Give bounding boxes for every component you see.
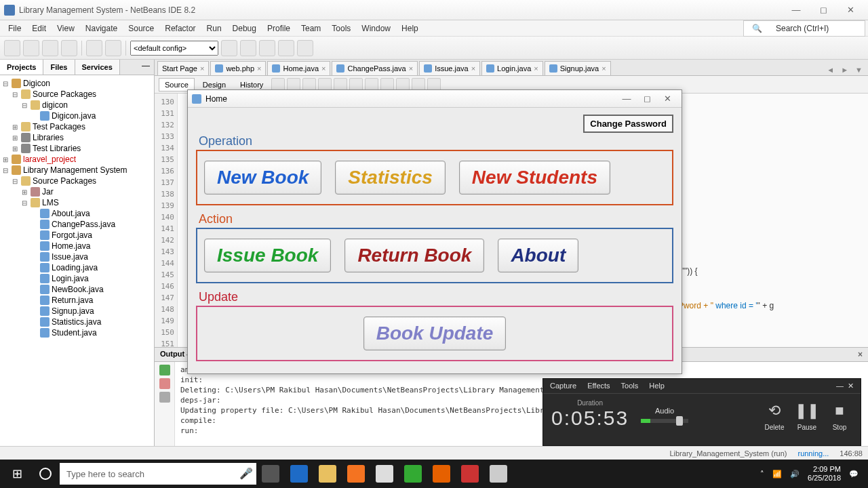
tree-file[interactable]: NewBook.java	[52, 285, 104, 294]
tree-file[interactable]: Student.java	[52, 328, 97, 338]
tab-loginjava[interactable]: Login.java×	[481, 61, 543, 75]
tree-file[interactable]: Statistics.java	[52, 317, 101, 327]
panel-minimize[interactable]: —	[138, 60, 154, 75]
run-project-button[interactable]	[259, 40, 275, 56]
close-icon[interactable]: ×	[601, 64, 606, 73]
menu-help[interactable]: Help	[396, 22, 424, 35]
config-select[interactable]: <default config>	[130, 41, 218, 56]
maximize-button[interactable]: ◻	[810, 3, 837, 18]
minimize-button[interactable]: —	[783, 3, 810, 18]
netbeans-icon[interactable]	[484, 460, 513, 488]
recorder-stop[interactable]: ■Stop	[827, 398, 852, 431]
rerun-icon[interactable]	[159, 365, 170, 375]
tray-up-icon[interactable]: ˄	[760, 470, 764, 479]
close-icon[interactable]: ×	[321, 64, 326, 73]
tree-file[interactable]: Login.java	[52, 274, 89, 283]
firefox-icon[interactable]	[427, 460, 456, 488]
close-icon[interactable]: ×	[257, 64, 261, 73]
menu-team[interactable]: Team	[296, 22, 326, 35]
build-button[interactable]	[221, 40, 237, 56]
book-update-button[interactable]: Book Update	[363, 317, 507, 350]
menu-edit[interactable]: Edit	[26, 22, 52, 35]
start-button[interactable]: ⊞	[3, 460, 31, 488]
tab-homejava[interactable]: Home.java×	[267, 61, 330, 75]
prev-tab-icon[interactable]: ◄	[824, 64, 837, 75]
undo-button[interactable]	[86, 40, 102, 56]
recorder-menu-effects[interactable]: Effects	[587, 382, 610, 390]
recorder-delete[interactable]: ⟲Delete	[762, 398, 787, 431]
tree-test-lib[interactable]: Test Libraries	[33, 144, 81, 153]
change-password-button[interactable]: Change Password	[583, 115, 673, 133]
tab-list-icon[interactable]: ▼	[852, 64, 865, 75]
tree-file[interactable]: Issue.java	[52, 252, 88, 262]
debug-button[interactable]	[278, 40, 294, 56]
tab-services[interactable]: Services	[75, 60, 120, 75]
edge-icon[interactable]	[285, 460, 313, 488]
tree-src-pkg[interactable]: Source Packages	[33, 89, 96, 99]
close-icon[interactable]: ×	[200, 64, 204, 73]
system-tray[interactable]: ˄ 📶 🔊 2:09 PM 6/25/2018 💬	[760, 465, 865, 483]
new-file-button[interactable]	[4, 40, 20, 56]
app-icon[interactable]	[370, 460, 399, 488]
new-students-button[interactable]: New Students	[459, 161, 610, 195]
close-icon[interactable]: ×	[409, 64, 413, 73]
camtasia-icon[interactable]	[399, 460, 427, 488]
tree-file[interactable]: About.java	[52, 209, 90, 218]
menu-view[interactable]: View	[52, 22, 80, 35]
tree-digicon[interactable]: Digicon	[23, 79, 50, 88]
tree-src-pkg2[interactable]: Source Packages	[33, 176, 96, 186]
save-all-button[interactable]	[61, 40, 77, 56]
close-button[interactable]: ✕	[837, 3, 864, 18]
recorder-icon[interactable]	[456, 460, 484, 488]
network-icon[interactable]: 📶	[772, 470, 782, 479]
quick-search[interactable]: 🔍 Search (Ctrl+I)	[743, 20, 865, 37]
tree-file[interactable]: Signup.java	[52, 306, 94, 316]
open-button[interactable]	[42, 40, 58, 56]
menu-window[interactable]: Window	[356, 22, 396, 35]
home-close[interactable]: ✕	[657, 94, 677, 104]
volume-icon[interactable]: 🔊	[790, 470, 800, 479]
settings-icon[interactable]	[159, 392, 170, 403]
issue-book-button[interactable]: Issue Book	[204, 239, 331, 272]
menu-profile[interactable]: Profile	[262, 22, 296, 35]
recorder-menu-tools[interactable]: Tools	[621, 382, 639, 390]
tree-libraries[interactable]: Libraries	[33, 133, 64, 142]
tree-jar[interactable]: Jar	[42, 187, 54, 197]
tab-projects[interactable]: Projects	[0, 60, 43, 75]
statistics-button[interactable]: Statistics	[335, 161, 446, 195]
explorer-icon[interactable]	[313, 460, 342, 488]
tree-test-pkg[interactable]: Test Packages	[33, 122, 85, 131]
mic-icon[interactable]: 🎤	[236, 463, 256, 485]
new-project-button[interactable]	[23, 40, 39, 56]
cortana-icon[interactable]	[31, 460, 60, 488]
home-titlebar[interactable]: Home — ◻ ✕	[188, 90, 682, 108]
redo-button[interactable]	[105, 40, 121, 56]
close-icon[interactable]: ×	[534, 64, 538, 73]
menu-navigate[interactable]: Navigate	[80, 22, 123, 35]
menu-run[interactable]: Run	[201, 22, 227, 35]
task-view-icon[interactable]	[256, 460, 285, 488]
taskbar-search[interactable]: Type here to search	[60, 463, 236, 485]
tree-digicon-pkg[interactable]: digicon	[42, 100, 68, 110]
recorder-menu-capture[interactable]: Capture	[550, 382, 576, 390]
recorder-minimize[interactable]: —	[836, 382, 844, 390]
profile-button[interactable]	[297, 40, 313, 56]
recorder-pause[interactable]: ❚❚Pause	[794, 398, 820, 431]
audio-slider[interactable]	[641, 419, 688, 423]
clock[interactable]: 2:09 PM 6/25/2018	[808, 465, 841, 483]
tree-file[interactable]: ChangePass.java	[52, 220, 115, 229]
tree-file[interactable]: Forgot.java	[52, 230, 92, 240]
menu-file[interactable]: File	[3, 22, 26, 35]
tree-file[interactable]: Home.java	[52, 241, 90, 251]
menu-source[interactable]: Source	[123, 22, 159, 35]
tab-issuejava[interactable]: Issue.java×	[419, 61, 480, 75]
clean-build-button[interactable]	[240, 40, 256, 56]
home-maximize[interactable]: ◻	[637, 94, 657, 104]
menu-tools[interactable]: Tools	[326, 22, 356, 35]
new-book-button[interactable]: New Book	[204, 161, 321, 195]
home-minimize[interactable]: —	[616, 94, 637, 104]
xampp-icon[interactable]	[342, 460, 370, 488]
tree-lms[interactable]: Library Management System	[23, 165, 127, 175]
tab-signupjava[interactable]: Signup.java×	[545, 61, 611, 75]
tab-files[interactable]: Files	[43, 60, 75, 75]
